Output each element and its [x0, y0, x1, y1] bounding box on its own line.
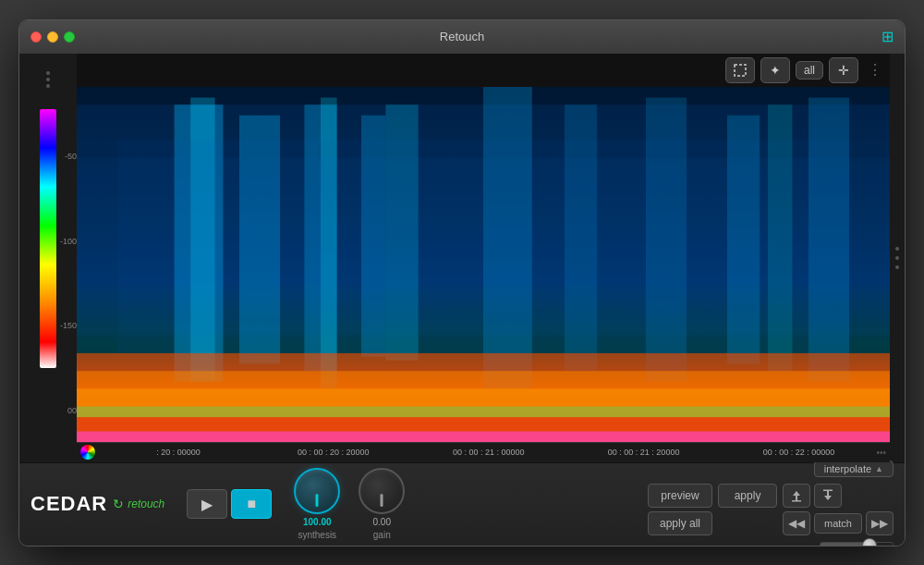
drag-handle [44, 61, 52, 98]
synthesis-value: 100.00 [303, 517, 332, 527]
ruler-label-50: -50 [60, 152, 77, 161]
preview-button[interactable]: preview [648, 484, 712, 508]
drag-dot [46, 71, 50, 75]
slider-row [648, 542, 894, 547]
time-label-4: 00 : 00 : 22 : 00000 [722, 448, 877, 457]
move-tool-button[interactable]: ✛ [829, 57, 858, 83]
timeline: : 20 : 00000 00 : 00 : 20 : 20000 00 : 0… [77, 442, 890, 462]
interpolate-arrow-icon: ▲ [875, 464, 883, 473]
spectrogram-svg [77, 87, 890, 442]
apply-button[interactable]: apply [718, 484, 777, 508]
slider-fill [821, 543, 864, 547]
match-button[interactable]: match [814, 513, 862, 534]
right-controls: interpolate ▲ preview apply all apply [648, 461, 894, 547]
maximize-button[interactable] [64, 31, 75, 43]
knobs-area: 100.00 synthesis 0.00 gain [294, 468, 405, 540]
gain-knob-group: 0.00 gain [359, 468, 405, 540]
interpolate-row: interpolate ▲ [648, 461, 894, 477]
gain-label: gain [373, 530, 391, 540]
color-wheel-icon [80, 445, 95, 460]
export-up-button[interactable] [783, 484, 810, 508]
prev-button[interactable]: ◀◀ [783, 511, 810, 535]
synthesis-knob[interactable] [294, 468, 340, 514]
spectrogram-container: ✦ all ✛ ⋮ [77, 54, 890, 462]
match-row: ◀◀ match ▶▶ [783, 511, 894, 535]
time-label-2: 00 : 00 : 21 : 00000 [411, 448, 566, 457]
right-sidebar-dots [890, 54, 905, 462]
synthesis-label: synthesis [298, 530, 336, 540]
gain-value: 0.00 [373, 517, 391, 527]
stop-button[interactable]: ■ [231, 489, 272, 519]
cedar-brand-name: CEDAR [30, 492, 107, 516]
apply-all-button[interactable]: apply all [648, 511, 712, 535]
main-content: -50 -100 -150 00 ✦ all ✛ ⋮ [19, 54, 905, 462]
ruler-label-150: -150 [60, 321, 77, 330]
left-sidebar: -50 -100 -150 00 [19, 54, 77, 462]
ruler-label-00: 00 [60, 406, 77, 415]
expand-icon[interactable]: ⊞ [881, 28, 894, 45]
retouch-arrow-icon: ↻ [113, 497, 124, 511]
synthesis-knob-group: 100.00 synthesis [294, 468, 340, 540]
color-scale [40, 109, 56, 368]
interpolate-button[interactable]: interpolate ▲ [814, 461, 894, 477]
drag-dot [46, 84, 50, 88]
bottom-bar: CEDAR ↻ retouch ▶ ■ 100.00 synthesi [19, 462, 905, 546]
traffic-lights [30, 31, 75, 43]
window-title: Retouch [440, 30, 484, 43]
svg-rect-26 [77, 157, 890, 335]
retouch-product-name: retouch [128, 497, 164, 510]
close-button[interactable] [30, 31, 42, 43]
slider-thumb[interactable] [862, 538, 877, 547]
next-button[interactable]: ▶▶ [866, 511, 894, 535]
all-tool-button[interactable]: all [796, 61, 823, 80]
play-button[interactable]: ▶ [187, 489, 227, 519]
spectrogram-display[interactable] [77, 87, 890, 442]
options-icon[interactable]: ⋮ [868, 61, 882, 79]
retouch-badge: ↻ retouch [113, 497, 164, 511]
gain-knob-indicator [381, 494, 383, 507]
cedar-logo: CEDAR ↻ retouch [30, 492, 164, 516]
main-controls-row: preview apply all apply [648, 484, 894, 535]
svg-rect-27 [792, 500, 801, 502]
timeline-more-icon: ••• [876, 448, 886, 458]
drag-dot [46, 78, 50, 81]
time-label-1: 00 : 00 : 20 : 20000 [256, 448, 411, 457]
transport-controls: ▶ ■ [187, 489, 272, 519]
time-label-0: : 20 : 00000 [101, 448, 256, 457]
svg-rect-28 [823, 490, 833, 492]
app-window: Retouch ⊞ -50 -100 -150 00 [18, 19, 906, 547]
gain-knob[interactable] [359, 468, 405, 514]
select-tool-button[interactable] [725, 57, 755, 83]
minimize-button[interactable] [47, 31, 58, 43]
slider-track [820, 542, 894, 547]
brush-tool-button[interactable]: ✦ [760, 57, 790, 83]
export-down-button[interactable] [814, 484, 842, 508]
svg-rect-0 [735, 65, 746, 76]
titlebar: Retouch ⊞ [19, 20, 905, 54]
spectrogram-toolbar: ✦ all ✛ ⋮ [77, 54, 890, 87]
time-label-3: 00 : 00 : 21 : 20000 [566, 448, 722, 457]
svg-rect-24 [77, 431, 890, 442]
synthesis-knob-indicator [316, 494, 319, 507]
ruler-label-100: -100 [60, 237, 77, 246]
